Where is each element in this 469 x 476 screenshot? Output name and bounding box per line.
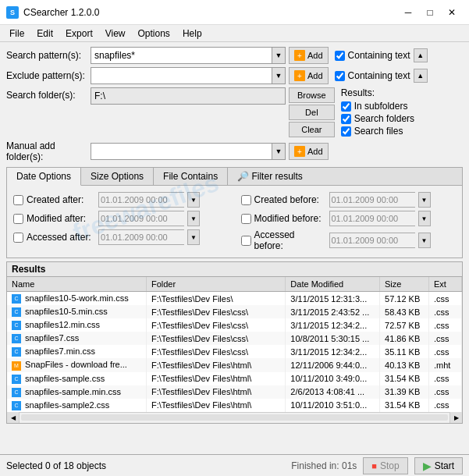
- add-exclude-pattern-button[interactable]: + Add: [289, 67, 329, 84]
- exclude-pattern-input[interactable]: [91, 67, 272, 84]
- file-date: 3/11/2015 12:34:2...: [286, 318, 380, 332]
- menu-edit[interactable]: Edit: [30, 27, 59, 41]
- accessed-after-dropdown[interactable]: ▼: [187, 229, 200, 245]
- col-date[interactable]: Date Modified: [286, 277, 380, 292]
- stop-button[interactable]: ■ Stop: [363, 457, 407, 474]
- table-row[interactable]: C snapfiles10-5.min.css F:\Testfiles\Dev…: [7, 305, 462, 318]
- accessed-before-dropdown[interactable]: ▼: [418, 233, 431, 248]
- menu-view[interactable]: View: [99, 27, 132, 41]
- accessed-after-checkbox[interactable]: [13, 233, 23, 243]
- file-folder: F:\Testfiles\Dev Files\html\: [146, 385, 285, 399]
- file-ext: .css: [429, 292, 462, 306]
- table-row[interactable]: C snapfiles7.css F:\Testfiles\Dev Files\…: [7, 332, 462, 345]
- accessed-before-label: Accessed before:: [254, 229, 326, 251]
- search-folders-checkbox[interactable]: [341, 114, 351, 124]
- accessed-before-checkbox[interactable]: [241, 236, 251, 246]
- modified-after-dropdown[interactable]: ▼: [187, 211, 200, 226]
- menubar: File Edit Export View Options Help: [0, 25, 469, 42]
- tab-filter-results[interactable]: 🔎 Filter results: [228, 168, 312, 185]
- file-folder: F:\Testfiles\Dev Files\css\: [146, 345, 285, 358]
- clear-button[interactable]: Clear: [289, 122, 335, 137]
- table-row[interactable]: C snapfiles-sample.min.css F:\Testfiles\…: [7, 385, 462, 399]
- menu-options[interactable]: Options: [132, 27, 176, 41]
- created-before-checkbox[interactable]: [241, 195, 251, 205]
- tab-file-contains[interactable]: File Contains: [154, 168, 228, 185]
- maximize-button[interactable]: □: [419, 5, 441, 20]
- tab-date-options[interactable]: Date Options: [7, 168, 81, 186]
- in-subfolders-checkbox[interactable]: [341, 101, 351, 112]
- table-row[interactable]: C snapfiles-sample2.css F:\Testfiles\Dev…: [7, 399, 462, 412]
- file-ext: .css: [429, 332, 462, 345]
- exclude-pattern-dropdown[interactable]: ▼: [272, 67, 286, 84]
- app-icon: S: [6, 6, 19, 19]
- menu-file[interactable]: File: [3, 27, 30, 41]
- table-row[interactable]: C snapfiles-sample.css F:\Testfiles\Dev …: [7, 372, 462, 385]
- created-after-checkbox[interactable]: [13, 195, 23, 205]
- col-folder[interactable]: Folder: [146, 277, 285, 292]
- modified-after-checkbox[interactable]: [13, 214, 23, 224]
- search-pattern-dropdown[interactable]: ▼: [272, 47, 286, 64]
- col-name[interactable]: Name: [7, 277, 146, 292]
- add-icon-3: +: [294, 146, 305, 157]
- manual-add-dropdown[interactable]: ▼: [272, 143, 286, 160]
- search-pattern-input[interactable]: [91, 47, 272, 64]
- file-icon: C: [12, 401, 21, 410]
- tabs-container: Date Options Size Options File Contains …: [6, 167, 463, 258]
- modified-after-input[interactable]: [98, 211, 184, 226]
- del-button[interactable]: Del: [289, 105, 335, 120]
- status-text: Selected 0 of 18 objects: [6, 460, 285, 471]
- start-button[interactable]: ▶ Start: [414, 457, 463, 474]
- search-folder-list: F:\: [91, 87, 286, 105]
- file-date: 3/11/2015 12:34:2...: [286, 345, 380, 358]
- modified-before-label: Modified before:: [254, 213, 326, 224]
- close-button[interactable]: ✕: [441, 5, 463, 20]
- file-name: snapfiles10-5.min.css: [25, 307, 108, 316]
- table-row[interactable]: C snapfiles10-5-work.min.css F:\Testfile…: [7, 292, 462, 306]
- minimize-button[interactable]: ─: [397, 5, 419, 20]
- containing-text-2-up[interactable]: ▲: [414, 69, 428, 83]
- browse-button[interactable]: Browse: [289, 87, 335, 103]
- file-folder: F:\Testfiles\Dev Files\css\: [146, 305, 285, 318]
- modified-before-dropdown[interactable]: ▼: [418, 211, 431, 226]
- add-icon-2: +: [294, 70, 305, 81]
- col-size[interactable]: Size: [380, 277, 429, 292]
- containing-text-1-checkbox[interactable]: [335, 51, 345, 61]
- menu-export[interactable]: Export: [59, 27, 99, 41]
- manual-add-input[interactable]: [91, 143, 272, 160]
- containing-text-1-label: Containing text: [348, 50, 410, 61]
- add-manual-folder-button[interactable]: + Add: [289, 143, 329, 160]
- search-files-checkbox[interactable]: [341, 126, 351, 137]
- table-row[interactable]: C snapfiles7.min.css F:\Testfiles\Dev Fi…: [7, 345, 462, 358]
- created-before-dropdown[interactable]: ▼: [418, 192, 431, 208]
- exclude-pattern-label: Exclude pattern(s):: [6, 70, 91, 81]
- accessed-after-label: Accessed after:: [27, 232, 95, 243]
- menu-help[interactable]: Help: [176, 27, 208, 41]
- created-after-dropdown[interactable]: ▼: [187, 192, 200, 208]
- modified-before-checkbox[interactable]: [241, 214, 251, 224]
- file-date: 3/11/2015 12:31:3...: [286, 292, 380, 306]
- containing-text-2-label: Containing text: [348, 70, 410, 81]
- search-files-label: Search files: [354, 126, 403, 137]
- file-ext: .css: [429, 385, 462, 399]
- accessed-after-input[interactable]: [98, 229, 184, 245]
- modified-before-input[interactable]: [329, 211, 415, 226]
- tabs-header: Date Options Size Options File Contains …: [7, 168, 462, 186]
- col-ext[interactable]: Ext: [429, 277, 462, 292]
- created-after-input[interactable]: [98, 192, 184, 208]
- accessed-before-input[interactable]: [329, 233, 415, 248]
- containing-text-1-up[interactable]: ▲: [414, 48, 428, 62]
- add-search-pattern-button[interactable]: + Add: [289, 47, 329, 64]
- finished-text: Finished in: 01s: [291, 460, 357, 471]
- table-row[interactable]: M SnapFiles - download fre... F:\Testfil…: [7, 358, 462, 371]
- file-name: snapfiles-sample2.css: [25, 400, 109, 410]
- exclude-pattern-input-wrapper: ▼: [91, 67, 286, 84]
- tab-size-options[interactable]: Size Options: [81, 168, 154, 185]
- file-size: 31.39 KB: [380, 385, 429, 399]
- file-folder: F:\Testfiles\Dev Files\css\: [146, 332, 285, 345]
- file-folder: F:\Testfiles\Dev Files\: [146, 292, 285, 306]
- created-before-input[interactable]: [329, 192, 415, 208]
- table-row[interactable]: C snapfiles12.min.css F:\Testfiles\Dev F…: [7, 318, 462, 332]
- file-date: 3/11/2015 2:43:52 ...: [286, 305, 380, 318]
- containing-text-2-checkbox[interactable]: [335, 71, 345, 81]
- manual-add-input-wrapper: ▼: [91, 143, 286, 160]
